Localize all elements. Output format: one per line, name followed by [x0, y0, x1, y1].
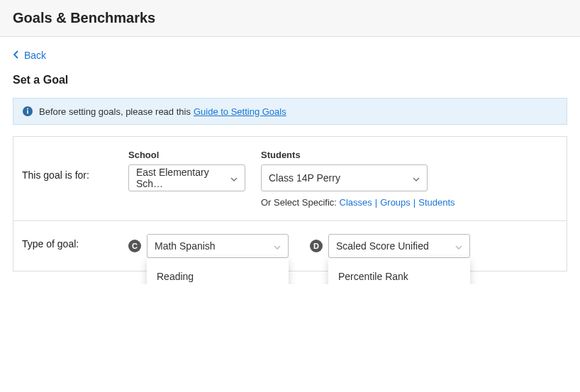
school-label: School [128, 150, 245, 160]
subject-col: C Math Spanish Reading Reading Spanish M… [128, 234, 289, 258]
caret-down-icon [274, 240, 281, 252]
subject-dropdown-wrap: Math Spanish Reading Reading Spanish Mat… [147, 234, 289, 258]
caret-down-icon [413, 172, 420, 184]
metric-select[interactable]: Scaled Score Unified [328, 234, 470, 258]
students-select[interactable]: Class 14P Perry [261, 164, 428, 191]
helper-prefix: Or Select Specific: [261, 197, 337, 208]
goal-panel: This goal is for: School East Elementary… [13, 136, 567, 271]
caret-down-icon [230, 172, 238, 184]
content: Back Set a Goal Before setting goals, pl… [0, 37, 580, 284]
metric-option-percentile[interactable]: Percentile Rank [328, 262, 470, 284]
school-field: School East Elementary Sch… [128, 150, 245, 191]
info-link[interactable]: Guide to Setting Goals [194, 106, 286, 117]
type-of-goal-label: Type of goal: [22, 234, 128, 250]
subject-value: Math Spanish [155, 240, 216, 252]
classes-link[interactable]: Classes [340, 197, 372, 208]
info-banner: Before setting goals, please read this G… [13, 98, 567, 125]
metric-dropdown-wrap: Scaled Score Unified Percentile Rank Sca… [328, 234, 470, 258]
subject-select[interactable]: Math Spanish [147, 234, 289, 258]
badge-d: D [310, 240, 323, 252]
groups-link[interactable]: Groups [380, 197, 411, 208]
subject-menu: Reading Reading Spanish Math Math Spanis… [147, 258, 289, 284]
students-field: Students Class 14P Perry Or Select Speci… [261, 150, 455, 208]
separator: | [413, 197, 416, 208]
type-of-goal-row: Type of goal: C Math Spanish Reading [13, 220, 567, 271]
metric-value: Scaled Score Unified [336, 240, 429, 252]
students-value: Class 14P Perry [269, 172, 340, 184]
metric-menu: Percentile Rank Scaled Score Unified SGP… [328, 258, 470, 284]
badge-c: C [128, 240, 141, 252]
goal-for-row: This goal is for: School East Elementary… [13, 137, 567, 220]
school-value: East Elementary Sch… [136, 167, 225, 189]
separator: | [375, 197, 377, 208]
metric-col: D Scaled Score Unified Percentile Rank S… [310, 234, 470, 258]
page-title: Goals & Benchmarks [13, 10, 567, 26]
caret-down-icon [455, 240, 462, 252]
students-label: Students [261, 150, 455, 160]
header-bar: Goals & Benchmarks [0, 0, 580, 37]
info-text: Before setting goals, please read this [39, 106, 191, 117]
subject-option-reading[interactable]: Reading [147, 262, 289, 284]
svg-rect-1 [27, 111, 28, 114]
students-link[interactable]: Students [418, 197, 454, 208]
back-label: Back [24, 50, 46, 61]
back-link[interactable]: Back [13, 50, 46, 61]
goal-for-label: This goal is for: [22, 150, 128, 181]
chevron-left-icon [13, 50, 20, 61]
info-icon [22, 106, 33, 117]
students-helper: Or Select Specific: Classes|Groups|Stude… [261, 197, 455, 208]
school-select[interactable]: East Elementary Sch… [128, 164, 245, 191]
type-row-inner: C Math Spanish Reading Reading Spanish M… [128, 234, 491, 258]
svg-point-2 [27, 108, 28, 110]
subheading: Set a Goal [13, 74, 567, 86]
